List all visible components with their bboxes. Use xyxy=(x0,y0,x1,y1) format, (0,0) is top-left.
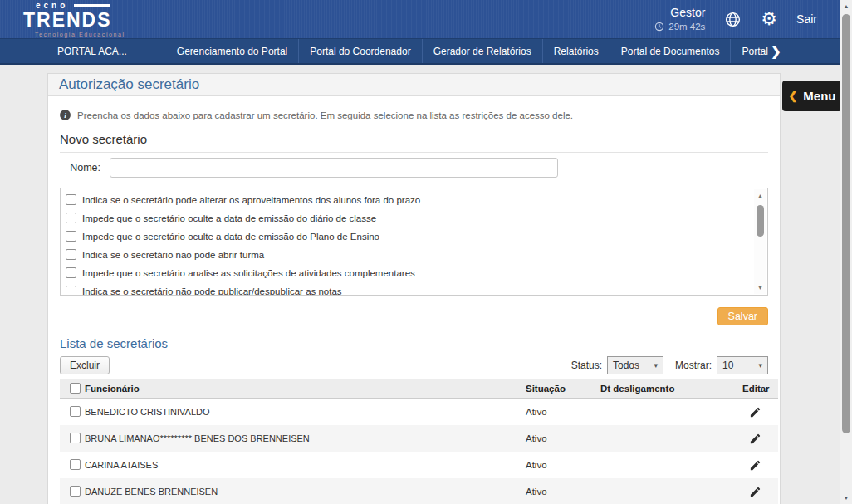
nav-item-portal-de-documen[interactable]: Portal de Documen xyxy=(730,39,769,63)
logo-bar xyxy=(74,4,110,7)
nav-item-portal-do-coordenador[interactable]: Portal do Coordenador xyxy=(298,39,421,63)
row-checkbox[interactable] xyxy=(70,433,81,443)
employee-name: DANUZE BENES BRENNEISEN xyxy=(85,487,526,497)
session-timer: 29m 42s xyxy=(654,21,705,32)
permission-label: Impede que o secretário oculte a data de… xyxy=(82,213,376,223)
column-dt-desligamento: Dt desligamento xyxy=(600,384,742,394)
table-row: CARINA ATAISES Ativo xyxy=(60,452,778,478)
row-checkbox[interactable] xyxy=(70,406,81,417)
permission-item: Indica se o secretário pode alterar os a… xyxy=(61,191,767,208)
nav-item-gerador-de-relatorios[interactable]: Gerador de Relatórios xyxy=(422,39,542,63)
nav-more-chevron-icon[interactable]: ❯ xyxy=(771,39,781,63)
info-icon: i xyxy=(60,110,71,120)
listbox-scrollbar-thumb[interactable] xyxy=(757,205,764,237)
show-label: Mostrar: xyxy=(675,360,712,371)
employee-status: Ativo xyxy=(526,433,600,443)
tecnotrends-logo[interactable]: ecno TRENDS Tecnologia Educacional xyxy=(23,2,125,37)
chevron-down-icon: ▾ xyxy=(654,361,658,369)
page-scrollbar-thumb[interactable] xyxy=(842,14,850,433)
employee-name: BRUNA LIMANAO********* BENES DOS BRENNEI… xyxy=(85,433,526,443)
permission-checkbox[interactable] xyxy=(66,249,76,260)
session-timer-value: 29m 42s xyxy=(668,21,705,32)
row-checkbox[interactable] xyxy=(70,486,81,497)
show-select[interactable]: 10 ▾ xyxy=(717,356,768,374)
permissions-listbox: Indica se o secretário pode alterar os a… xyxy=(60,188,768,296)
status-select[interactable]: Todos ▾ xyxy=(607,356,663,374)
scroll-up-icon[interactable]: ▲ xyxy=(840,3,852,9)
permission-item: Impede que o secretário oculte a data de… xyxy=(61,228,767,245)
row-checkbox[interactable] xyxy=(70,459,81,470)
scroll-up-icon[interactable]: ▲ xyxy=(754,193,766,198)
employee-status: Ativo xyxy=(526,460,600,470)
table-row: BRUNA LIMANAO********* BENES DOS BRENNEI… xyxy=(60,425,778,452)
logout-link[interactable]: Sair xyxy=(796,12,817,26)
permission-checkbox[interactable] xyxy=(66,231,76,242)
save-row: Salvar xyxy=(60,307,768,326)
permission-label: Indica se o secretário não pode abrir tu… xyxy=(82,250,264,260)
info-row: i Preencha os dados abaixo para cadastra… xyxy=(60,110,768,120)
page-title: Autorização secretário xyxy=(59,76,199,93)
nav-item-relatorios[interactable]: Relatórios xyxy=(542,39,610,63)
menu-button[interactable]: ❮ Menu xyxy=(782,81,842,111)
table-row: BENEDICTO CRISTINIVALDO Ativo xyxy=(60,399,778,425)
page-background: Autorização secretário i Preencha os dad… xyxy=(0,67,852,504)
permission-checkbox[interactable] xyxy=(66,213,76,223)
panel-body: i Preencha os dados abaixo para cadastra… xyxy=(48,110,780,504)
menu-button-label: Menu xyxy=(803,89,835,103)
status-select-value: Todos xyxy=(613,360,639,371)
name-input[interactable] xyxy=(110,158,558,178)
clock-icon xyxy=(654,22,664,32)
permission-label: Indica se o secretário não pode publicar… xyxy=(82,286,342,296)
column-editar: Editar xyxy=(742,384,778,394)
employee-name: CARINA ATAISES xyxy=(85,460,526,470)
permission-item: Impede que o secretário analise as solic… xyxy=(61,264,767,281)
new-secretary-section-title: Novo secretário xyxy=(60,132,768,146)
permission-checkbox[interactable] xyxy=(66,194,76,205)
show-select-value: 10 xyxy=(722,360,733,371)
permission-checkbox[interactable] xyxy=(66,286,76,296)
nav-item-portal-aca[interactable]: PORTAL ACA... xyxy=(47,39,138,63)
edit-pencil-icon[interactable] xyxy=(749,432,762,445)
permission-item: Indica se o secretário não pode publicar… xyxy=(61,282,767,296)
permission-label: Impede que o secretário analise as solic… xyxy=(82,268,415,278)
portal-nav: PORTAL ACA... Gerenciamento do Portal Po… xyxy=(0,38,852,65)
chevron-left-icon: ❮ xyxy=(788,90,797,102)
column-funcionario: Funcionário xyxy=(85,384,526,394)
panel-header: Autorização secretário xyxy=(48,74,780,96)
globe-icon[interactable] xyxy=(724,11,742,28)
status-label: Status: xyxy=(571,360,602,371)
nav-item-portal-de-documentos[interactable]: Portal de Documentos xyxy=(610,39,731,63)
nav-items: PORTAL ACA... Gerenciamento do Portal Po… xyxy=(0,39,769,63)
logo-line2: TRENDS xyxy=(23,11,125,30)
name-label: Nome: xyxy=(60,162,100,174)
scroll-down-icon[interactable]: ▼ xyxy=(840,495,852,501)
app-header: ecno TRENDS Tecnologia Educacional Gesto… xyxy=(0,0,852,38)
user-name: Gestor xyxy=(654,6,705,21)
gear-icon[interactable]: ⚙ xyxy=(761,10,777,28)
permission-item: Impede que o secretário oculte a data de… xyxy=(61,209,767,227)
content-panel: Autorização secretário i Preencha os dad… xyxy=(47,73,781,504)
secretaries-table: Funcionário Situação Dt desligamento Edi… xyxy=(60,379,778,504)
edit-pencil-icon[interactable] xyxy=(749,458,762,472)
permission-label: Indica se o secretário pode alterar os a… xyxy=(82,195,420,205)
chevron-down-icon: ▾ xyxy=(758,361,762,369)
listbox-scrollbar[interactable]: ▲ ▼ xyxy=(754,189,766,294)
select-all-checkbox[interactable] xyxy=(70,383,81,394)
permission-item: Indica se o secretário não pode abrir tu… xyxy=(61,246,767,263)
delete-button[interactable]: Excluir xyxy=(60,356,110,374)
nav-item-gerenciamento-do-portal[interactable]: Gerenciamento do Portal xyxy=(166,39,298,63)
page-scrollbar[interactable]: ▲ ▼ xyxy=(840,0,852,504)
name-field-row: Nome: xyxy=(60,158,768,178)
header-right: Gestor 29m 42s ⚙ Sair xyxy=(654,0,817,38)
info-text: Preencha os dados abaixo para cadastrar … xyxy=(77,110,573,120)
logo-tagline: Tecnologia Educacional xyxy=(35,32,125,37)
edit-pencil-icon[interactable] xyxy=(749,485,762,498)
permission-checkbox[interactable] xyxy=(66,267,76,278)
employee-name: BENEDICTO CRISTINIVALDO xyxy=(85,407,526,417)
save-button[interactable]: Salvar xyxy=(717,307,768,325)
table-header-row: Funcionário Situação Dt desligamento Edi… xyxy=(60,379,778,399)
column-situacao: Situação xyxy=(526,384,600,394)
employee-status: Ativo xyxy=(526,487,600,497)
scroll-down-icon[interactable]: ▼ xyxy=(754,285,766,291)
edit-pencil-icon[interactable] xyxy=(749,405,762,418)
